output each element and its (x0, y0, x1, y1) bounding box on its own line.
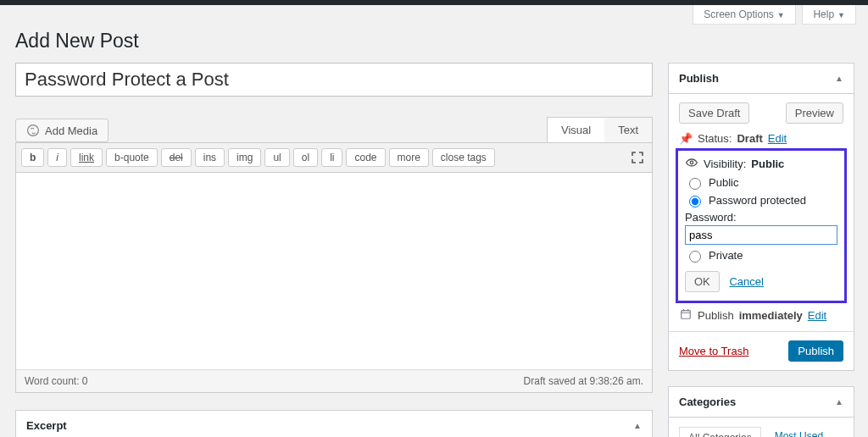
schedule-value: immediately (739, 309, 803, 322)
visibility-editor: Visibility: Public Public Password prote… (676, 148, 847, 303)
svg-point-0 (28, 125, 39, 136)
post-title-input[interactable] (15, 63, 653, 97)
add-media-label: Add Media (45, 124, 97, 137)
qt-italic[interactable]: i (47, 148, 67, 167)
pin-icon: 📌 (679, 132, 693, 145)
schedule-prefix: Publish (698, 309, 734, 322)
radio-public[interactable] (689, 178, 701, 190)
schedule-edit-link[interactable]: Edit (808, 309, 826, 322)
visibility-option-password[interactable]: Password protected (685, 193, 837, 207)
calendar-icon (679, 308, 693, 323)
publish-title: Publish (679, 72, 719, 85)
qt-blockquote[interactable]: b-quote (106, 148, 158, 167)
qt-ol[interactable]: ol (293, 148, 318, 167)
triangle-up-icon[interactable]: ▲ (835, 74, 843, 83)
word-count: Word count: 0 (25, 375, 87, 387)
categories-panel: Categories ▲ All Categories Most Used Fi… (668, 386, 854, 437)
qt-li[interactable]: li (321, 148, 342, 167)
triangle-up-icon[interactable]: ▲ (633, 421, 642, 430)
excerpt-panel: Excerpt ▲ (15, 410, 653, 437)
visibility-option-private[interactable]: Private (685, 248, 837, 263)
chevron-down-icon: ▼ (777, 11, 785, 19)
password-input[interactable] (685, 225, 837, 245)
tab-visual[interactable]: Visual (548, 118, 604, 142)
autosave-status: Draft saved at 9:38:26 am. (524, 375, 643, 387)
visibility-option-public[interactable]: Public (685, 175, 837, 190)
qt-bold[interactable]: b (21, 148, 44, 167)
screen-options-toggle[interactable]: Screen Options▼ (693, 5, 796, 25)
add-media-button[interactable]: Add Media (15, 119, 108, 142)
svg-point-1 (690, 161, 693, 164)
status-label: Status: (698, 132, 732, 145)
tab-text[interactable]: Text (604, 118, 652, 142)
move-to-trash-link[interactable]: Move to Trash (679, 345, 748, 357)
qt-link[interactable]: link (70, 148, 103, 167)
fullscreen-icon[interactable] (628, 148, 647, 167)
qt-del[interactable]: del (161, 148, 192, 167)
visibility-cancel-link[interactable]: Cancel (729, 275, 763, 288)
password-label: Password: (685, 211, 837, 224)
qt-more[interactable]: more (389, 148, 429, 167)
save-draft-button[interactable]: Save Draft (679, 102, 749, 124)
help-label: Help (813, 8, 834, 20)
triangle-up-icon[interactable]: ▲ (835, 397, 843, 407)
preview-button[interactable]: Preview (786, 102, 843, 124)
svg-rect-2 (682, 311, 691, 319)
chevron-down-icon: ▼ (837, 11, 845, 19)
screen-options-label: Screen Options (704, 8, 774, 20)
radio-password[interactable] (689, 196, 701, 207)
side-column: Publish ▲ Save Draft Preview 📌 Status: D… (668, 63, 854, 437)
publish-panel: Publish ▲ Save Draft Preview 📌 Status: D… (668, 63, 854, 371)
visibility-ok-button[interactable]: OK (685, 271, 720, 292)
text-editor: b i link b-quote del ins img ul ol li co… (15, 142, 653, 393)
qt-img[interactable]: img (228, 148, 261, 167)
main-column: Add Media Visual Text b i link b-quote d… (15, 63, 653, 437)
eye-icon (685, 156, 698, 172)
tab-all-categories[interactable]: All Categories (679, 427, 761, 437)
qt-ul[interactable]: ul (264, 148, 289, 167)
visibility-value: Public (751, 158, 784, 170)
help-toggle[interactable]: Help▼ (802, 5, 856, 25)
qt-close-tags[interactable]: close tags (432, 148, 495, 167)
publish-button[interactable]: Publish (788, 340, 843, 362)
status-edit-link[interactable]: Edit (768, 132, 787, 145)
radio-private[interactable] (689, 251, 701, 263)
status-value: Draft (737, 132, 762, 145)
editor-textarea[interactable] (16, 173, 652, 369)
qt-code[interactable]: code (346, 148, 385, 167)
excerpt-title: Excerpt (26, 419, 67, 432)
editor-mode-tabs: Visual Text (547, 117, 653, 142)
qt-ins[interactable]: ins (195, 148, 225, 167)
quicktags-toolbar: b i link b-quote del ins img ul ol li co… (16, 143, 652, 173)
visibility-label: Visibility: (704, 158, 746, 170)
page-title: Add New Post (15, 30, 854, 53)
media-icon (26, 124, 40, 137)
tab-most-used[interactable]: Most Used (766, 426, 832, 437)
categories-title: Categories (679, 396, 736, 408)
